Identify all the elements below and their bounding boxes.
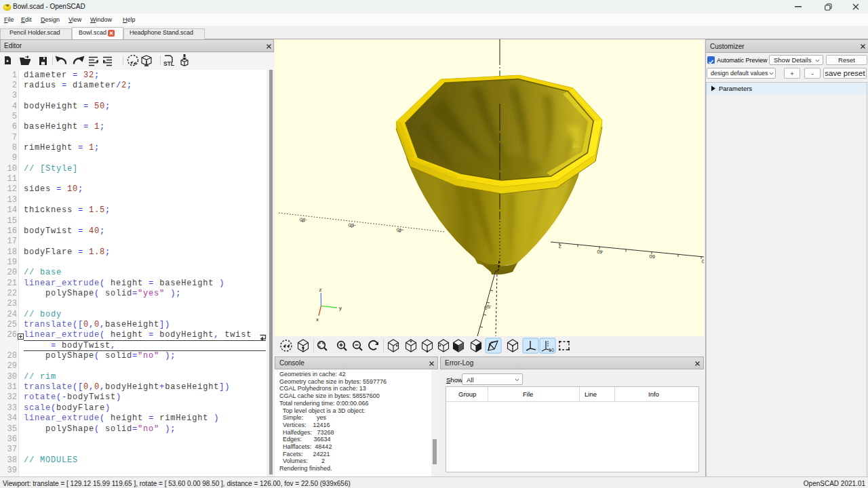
svg-text:10: 10 (549, 348, 554, 352)
svg-text:60: 60 (649, 253, 655, 260)
svg-text:STL: STL (163, 60, 174, 67)
svg-text:-40: -40 (396, 226, 404, 233)
svg-text:2: 2 (558, 243, 561, 249)
svg-text:-80: -80 (299, 216, 307, 223)
svg-text:y: y (339, 305, 342, 311)
svg-text:40: 40 (597, 249, 603, 255)
svg-text:0: 0 (701, 258, 704, 264)
svg-text:-60: -60 (348, 222, 356, 228)
svg-text:x: x (316, 317, 319, 323)
svg-text:z: z (319, 287, 322, 293)
